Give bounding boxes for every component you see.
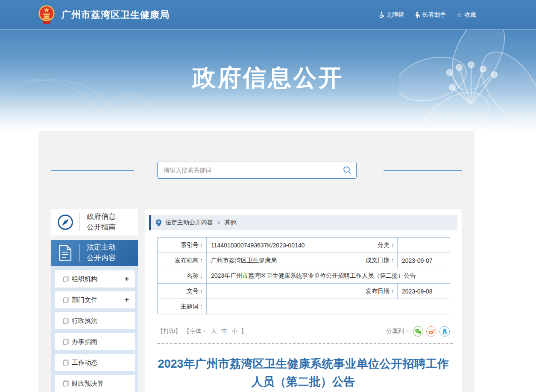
decorative-line-right [384,170,462,171]
document-icon [51,245,79,261]
sidebar-submenu: 组织机构 + 部门文件 + 行政执法 [51,266,138,392]
favorite-link[interactable]: ☆ 收藏 [457,11,476,19]
sidebar-item-organization[interactable]: 组织机构 + [55,270,135,287]
sidebar-item-service-guide[interactable]: 办事指南 [55,333,135,350]
index-number-value: 11440103007493637K/2023-00140 [207,238,329,253]
name-label: 名称： [158,268,207,284]
wheelchair-icon [378,12,384,18]
search-icon [343,166,351,174]
site-header: 广州市荔湾区卫生健康局 无障碍 [0,0,536,30]
breadcrumb-path[interactable]: 法定主动公开内容 [165,219,213,226]
weibo-icon [428,328,435,334]
category-label: 分类： [329,238,398,253]
share-wechat-button[interactable] [413,326,423,337]
elder-assist-link[interactable]: 长者助手 [415,11,446,19]
decorative-line-left [51,170,134,171]
dashed-divider [157,343,453,344]
share-qq-button[interactable] [439,326,450,337]
site-title[interactable]: 广州市荔湾区卫生健康局 [62,9,170,21]
category-value [398,238,450,253]
page-title: 政府信息公开 [0,30,536,94]
share-label: 分享到： [386,328,410,335]
expand-plus-icon[interactable]: + [125,296,129,304]
keywords-label: 主题词： [158,299,207,314]
font-size-label: 【字体： [184,328,208,335]
sidebar-item-label: 法定主动 公开内容 [87,242,116,263]
keywords-value [207,299,450,314]
publish-date-value: 2023-09-08 [398,284,450,299]
search-box [157,162,357,179]
breadcrumb: 法定主动公开内容 > 其他 [149,215,457,230]
font-large-button[interactable]: 大 [211,328,217,335]
compass-icon [51,214,79,231]
pages-icon [63,297,69,303]
qq-icon [442,328,448,335]
sidebar-item-legal-disclosure-active[interactable]: 法定主动 公开内容 [51,240,138,266]
publisher-value: 广州市荔湾区卫生健康局 [207,253,329,268]
name-value: 2023年广州市荔湾区卫生健康系统事业单位公开招聘工作人员（第二批）公告 [207,268,450,284]
star-icon: ☆ [457,12,462,18]
expand-plus-icon[interactable]: + [125,275,129,283]
pages-icon [63,339,69,345]
search-button[interactable] [338,162,356,178]
sidebar-item-work-news[interactable]: 工作动态 [55,354,135,371]
publish-date-label: 发布日期： [329,284,398,299]
breadcrumb-separator: > [217,219,220,226]
national-emblem-icon [38,5,56,25]
breadcrumb-current: 其他 [224,219,236,226]
content-card: 政府信息 公开指南 法定主动 公开内容 [38,131,474,392]
sidebar-item-department-documents[interactable]: 部门文件 + [55,291,135,308]
pages-icon [63,318,69,324]
sidebar: 政府信息 公开指南 法定主动 公开内容 [51,209,138,392]
sidebar-item-disclosure-guide[interactable]: 政府信息 公开指南 [51,209,138,235]
pages-icon [63,360,69,366]
article-title: 2023年广州市荔湾区卫生健康系统事业单位公开招聘工作人员（第二批）公告 [154,355,453,391]
font-medium-button[interactable]: 中 [221,328,227,335]
written-date-label: 成文日期： [329,253,398,268]
wechat-icon [415,328,422,334]
pages-icon [63,380,69,386]
accessibility-link[interactable]: 无障碍 [378,11,404,19]
font-size-label-close: 】 [241,328,247,335]
toolbar: 【打印】 【字体： 大 中 小 】 分享到： [157,326,450,337]
meta-table: 索引号： 11440103007493637K/2023-00140 分类： 发… [157,237,450,314]
sidebar-item-administrative-enforcement[interactable]: 行政执法 [55,312,135,329]
written-date-value: 2023-09-07 [398,253,450,268]
publisher-label: 发布机构： [158,253,207,268]
search-input[interactable] [158,162,338,178]
font-small-button[interactable]: 小 [231,328,237,335]
search-row [38,162,474,179]
doc-number-label: 文号： [158,284,207,299]
share-weibo-button[interactable] [426,326,436,337]
sidebar-item-fiscal-budget[interactable]: 财政预决算 [55,375,135,392]
doc-number-value [207,284,329,299]
main-panel: 法定主动公开内容 > 其他 索引号： 11440103007493637K/20… [145,209,462,392]
index-number-label: 索引号： [158,238,207,253]
header-links: 无障碍 长者助手 ☆ 收藏 [378,11,476,19]
banner: 政府信息公开 [0,30,536,131]
pages-icon [63,276,69,282]
print-button[interactable]: 【打印】 [157,328,181,335]
sidebar-item-label: 政府信息 公开指南 [87,212,116,232]
location-pin-icon [156,219,161,226]
elder-icon [415,12,420,18]
